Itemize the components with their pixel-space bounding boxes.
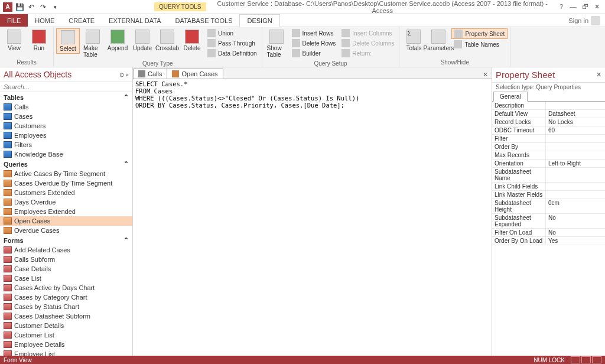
tab-external-data[interactable]: EXTERNAL DATA (102, 14, 168, 27)
nav-pane-header[interactable]: All Access Objects ⊙ « (0, 67, 132, 82)
nav-item[interactable]: Cases Overdue By Time Segment (0, 178, 132, 188)
property-row[interactable]: ODBC Timeout60 (492, 126, 605, 135)
nav-item[interactable]: Active Cases By Time Segment (0, 169, 132, 178)
nav-item[interactable]: Customers (0, 121, 132, 131)
view-button[interactable]: View (2, 28, 26, 53)
property-row[interactable]: Subdatasheet ExpandedNo (492, 214, 605, 229)
close-icon[interactable]: ✕ (593, 3, 600, 11)
nav-list[interactable]: Tables⌃ CallsCasesCustomersEmployeesFilt… (0, 92, 132, 356)
property-row[interactable]: Order By (492, 143, 605, 151)
nav-item[interactable]: Customer Details (0, 321, 132, 330)
doc-tab-open-cases[interactable]: Open Cases (167, 69, 223, 79)
undo-icon[interactable]: ↶ (26, 2, 37, 12)
property-value[interactable] (545, 151, 605, 159)
nav-item[interactable]: Cases Active by Days Chart (0, 283, 132, 292)
delete-button[interactable]: Delete (180, 28, 204, 53)
nav-item[interactable]: Overdue Cases (0, 226, 132, 235)
minimize-icon[interactable]: — (570, 3, 577, 11)
parameters-button[interactable]: Parameters (427, 28, 450, 53)
nav-item[interactable]: Customers Extended (0, 188, 132, 197)
redo-icon[interactable]: ↷ (38, 2, 48, 12)
nav-group-forms[interactable]: Forms⌃ (0, 235, 132, 245)
nav-item[interactable]: Open Cases (0, 216, 132, 226)
nav-item[interactable]: Calls (0, 102, 132, 112)
property-value[interactable] (545, 143, 605, 151)
nav-item[interactable]: Case List (0, 274, 132, 283)
tab-design[interactable]: DESIGN (239, 14, 279, 27)
nav-item[interactable]: Filters (0, 140, 132, 150)
nav-item[interactable]: Employees (0, 131, 132, 140)
property-row[interactable]: Max Records (492, 151, 605, 160)
make-table-button[interactable]: Make Table (81, 28, 105, 59)
property-sheet-button[interactable]: Property Sheet (451, 28, 508, 39)
nav-item[interactable]: Days Overdue (0, 197, 132, 207)
close-property-sheet-icon[interactable]: ✕ (596, 71, 601, 79)
property-value[interactable] (545, 102, 605, 109)
property-value[interactable]: No (545, 229, 605, 236)
update-button[interactable]: Update (131, 28, 154, 53)
passthrough-button[interactable]: Pass-Through (205, 38, 259, 48)
property-value[interactable] (545, 168, 605, 182)
design-view-button[interactable] (592, 356, 601, 363)
nav-item[interactable]: Calls Subform (0, 255, 132, 264)
table-names-button[interactable]: Table Names (451, 40, 508, 49)
qat-customize-icon[interactable]: ▾ (50, 2, 60, 12)
property-row[interactable]: OrientationLeft-to-Right (492, 160, 605, 168)
property-row[interactable]: Record LocksNo Locks (492, 118, 605, 126)
show-table-button[interactable]: Show Table (265, 28, 288, 59)
nav-item[interactable]: Case Details (0, 264, 132, 274)
property-row[interactable]: Order By On LoadYes (492, 237, 605, 245)
tab-database-tools[interactable]: DATABASE TOOLS (168, 14, 239, 27)
totals-button[interactable]: ΣTotals (402, 28, 425, 53)
run-button[interactable]: Run (27, 28, 51, 53)
property-row[interactable]: Subdatasheet Name (492, 168, 605, 183)
tab-home[interactable]: HOME (28, 14, 61, 27)
property-value[interactable] (545, 135, 605, 142)
property-row[interactable]: Subdatasheet Height0cm (492, 199, 605, 214)
property-row[interactable]: Link Master Fields (492, 191, 605, 199)
close-tab-icon[interactable]: ✕ (479, 71, 492, 79)
property-row[interactable]: Default ViewDatasheet (492, 110, 605, 118)
nav-item[interactable]: Cases by Status Chart (0, 302, 132, 311)
property-value[interactable] (545, 183, 605, 190)
nav-item[interactable]: Cases (0, 112, 132, 121)
property-value[interactable]: Datasheet (545, 110, 605, 118)
property-row[interactable]: Filter On LoadNo (492, 229, 605, 237)
property-value[interactable]: 0cm (545, 199, 605, 213)
property-tab-general[interactable]: General (493, 92, 528, 102)
append-button[interactable]: Append (106, 28, 129, 53)
nav-group-tables[interactable]: Tables⌃ (0, 92, 132, 102)
property-value[interactable]: No (545, 214, 605, 228)
nav-item[interactable]: Add Related Cases (0, 245, 132, 255)
property-value[interactable]: 60 (545, 126, 605, 134)
union-button[interactable]: Union (205, 28, 259, 38)
data-definition-button[interactable]: Data Definition (205, 48, 259, 58)
nav-item[interactable]: Employees Extended (0, 207, 132, 216)
nav-group-queries[interactable]: Queries⌃ (0, 159, 132, 169)
nav-item[interactable]: Employee Details (0, 340, 132, 349)
select-button[interactable]: Select (56, 28, 80, 54)
property-value[interactable]: Left-to-Right (545, 160, 605, 167)
tab-file[interactable]: FILE (0, 14, 28, 27)
sign-in-link[interactable]: Sign in (564, 14, 605, 27)
sql-editor[interactable]: SELECT Cases.* FROM Cases WHERE (((Cases… (133, 79, 492, 356)
help-icon[interactable]: ? (558, 3, 565, 11)
property-value[interactable]: No Locks (545, 118, 605, 126)
property-row[interactable]: Filter (492, 135, 605, 143)
restore-icon[interactable]: 🗗 (581, 3, 588, 11)
sql-view-button[interactable] (581, 356, 591, 363)
nav-item[interactable]: Employee List (0, 349, 132, 356)
property-value[interactable]: Yes (545, 237, 605, 245)
nav-item[interactable]: Cases Datasheet Subform (0, 311, 132, 321)
tab-create[interactable]: CREATE (61, 14, 102, 27)
nav-item[interactable]: Customer List (0, 330, 132, 340)
property-value[interactable] (545, 191, 605, 199)
datasheet-view-button[interactable] (571, 356, 580, 363)
search-input[interactable] (4, 83, 129, 90)
insert-rows-button[interactable]: Insert Rows (290, 28, 339, 38)
save-icon[interactable]: 💾 (14, 2, 25, 12)
crosstab-button[interactable]: Crosstab (155, 28, 179, 53)
doc-tab-calls[interactable]: Calls (133, 69, 167, 79)
property-row[interactable]: Description (492, 102, 605, 110)
property-row[interactable]: Link Child Fields (492, 183, 605, 191)
